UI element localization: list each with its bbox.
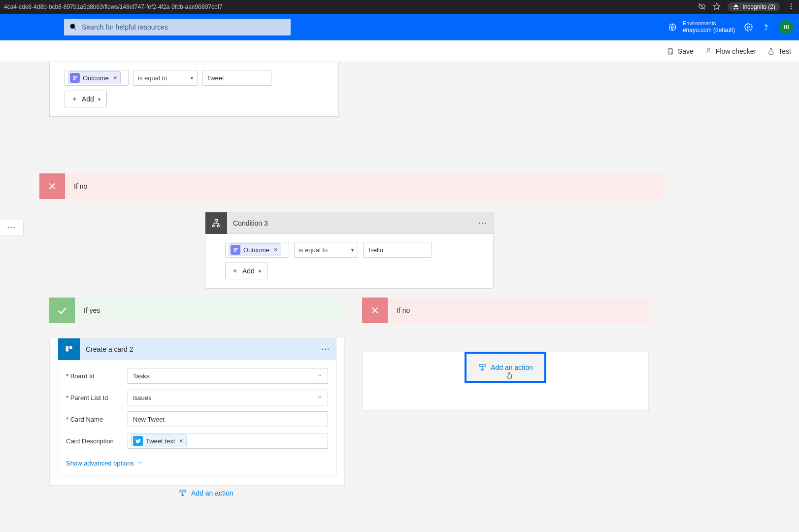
if-no-inner-label: If no [388, 306, 410, 314]
svg-rect-16 [69, 346, 72, 349]
browser-menu-icon[interactable] [787, 2, 795, 12]
svg-rect-20 [479, 365, 485, 366]
create-card-menu[interactable]: ··· [321, 345, 330, 353]
plus-icon: ＋ [71, 95, 78, 103]
environment-picker[interactable]: Environments enayu.com (default) [668, 20, 735, 34]
outcome-token[interactable]: Outcome ✕ [229, 243, 281, 256]
add-action-highlight-box: Add an action [465, 352, 546, 383]
create-card-title: Create a card 2 [86, 345, 133, 353]
svg-rect-15 [66, 346, 69, 352]
globe-icon [668, 23, 677, 32]
approvals-icon [231, 245, 240, 255]
condition-3-menu[interactable]: ··· [478, 219, 487, 227]
if-yes-label: If yes [75, 306, 100, 314]
flow-checker-button[interactable]: Flow checker [704, 47, 756, 55]
cond3-right-operand[interactable]: Trello [363, 242, 432, 258]
add-row-button[interactable]: ＋ Add ▾ [65, 91, 107, 107]
remove-token-icon[interactable]: ✕ [112, 75, 117, 81]
add-action-button-no[interactable]: Add an action [478, 363, 533, 372]
svg-point-7 [747, 26, 750, 29]
outcome-token[interactable]: Outcome ✕ [68, 71, 121, 84]
trello-icon [58, 338, 80, 360]
left-ellipsis-button[interactable]: ··· [0, 220, 24, 235]
card-description-input[interactable]: Tweet text ✕ [128, 433, 328, 449]
cond3-operator-select[interactable]: is equal to ▾ [294, 242, 358, 258]
search-icon [69, 23, 77, 32]
check-icon [49, 298, 75, 323]
chevron-down-icon [317, 394, 323, 401]
condition-left-operand[interactable]: Outcome ✕ [65, 70, 129, 86]
svg-line-5 [74, 28, 76, 30]
condition-operator-select[interactable]: is equal to ▾ [133, 70, 198, 86]
condition-3-card: Condition 3 ··· Outcome ✕ is equal to ▾ … [205, 212, 494, 289]
approvals-icon [70, 73, 80, 83]
svg-point-2 [791, 5, 792, 7]
card-description-label: Card Description [66, 437, 123, 445]
cursor-pointer-icon [505, 371, 514, 382]
board-id-select[interactable]: Tasks [128, 368, 328, 384]
tweet-text-token[interactable]: Tweet text ✕ [131, 434, 187, 447]
svg-marker-0 [714, 3, 720, 9]
chevron-down-icon: ▾ [259, 268, 261, 274]
remove-token-icon[interactable]: ✕ [178, 438, 183, 444]
eye-off-icon[interactable] [698, 2, 706, 12]
condition-right-operand[interactable]: Tweet [202, 70, 271, 86]
chevron-down-icon: ▾ [191, 75, 193, 81]
card-name-label: * Card Name [66, 416, 123, 423]
environment-value: enayu.com (default) [683, 27, 735, 33]
svg-rect-13 [218, 225, 220, 227]
if-no-label: If no [65, 182, 87, 190]
star-icon[interactable] [713, 2, 721, 12]
cross-icon [39, 173, 65, 199]
browser-chrome-bar: 4ca4-cde8-4d8b-bcb8-897b1a5d8b63/flows/1… [0, 0, 799, 14]
chevron-down-icon: ▾ [98, 97, 100, 102]
chevron-down-icon: ▾ [351, 247, 354, 253]
test-button[interactable]: Test [767, 47, 791, 55]
chevron-down-icon [317, 372, 323, 380]
condition-3-title: Condition 3 [233, 219, 268, 227]
avatar[interactable]: HI [779, 20, 793, 34]
cond3-left-operand[interactable]: Outcome ✕ [225, 242, 289, 258]
if-yes-branch-header[interactable]: If yes [49, 298, 345, 323]
command-bar: Save Flow checker Test [0, 40, 799, 62]
cross-icon [362, 298, 388, 323]
show-advanced-options[interactable]: Show advanced options [58, 454, 336, 475]
svg-point-1 [791, 3, 792, 5]
create-card-action: Create a card 2 ··· * Board Id Tasks * P… [58, 338, 336, 475]
if-no-inner-header[interactable]: If no [362, 298, 649, 323]
svg-rect-17 [180, 490, 186, 492]
flow-canvas[interactable]: ··· Outcome ✕ is equal to ▾ Tweet ＋ Add … [0, 62, 799, 532]
svg-rect-11 [215, 219, 218, 221]
svg-rect-12 [213, 225, 215, 227]
twitter-icon [133, 436, 143, 446]
left-card-fragment [0, 169, 30, 198]
save-button[interactable]: Save [666, 47, 694, 55]
cond3-add-row-button[interactable]: ＋ Add ▾ [225, 263, 267, 279]
if-yes-branch: If yes Create a card 2 ··· * Board Id Ta… [49, 298, 345, 486]
help-icon[interactable] [762, 23, 770, 32]
create-card-header[interactable]: Create a card 2 ··· [58, 338, 336, 360]
condition-card-body: Outcome ✕ is equal to ▾ Tweet ＋ Add ▾ [49, 62, 339, 117]
parent-list-label: * Parent List Id [66, 394, 123, 401]
svg-point-3 [791, 8, 792, 9]
add-action-button-yes[interactable]: Add an action [178, 489, 233, 498]
environments-label: Environments [683, 20, 735, 27]
if-no-branch-header[interactable]: If no [39, 173, 664, 199]
board-id-label: * Board Id [66, 372, 123, 380]
svg-rect-14 [65, 345, 73, 354]
remove-token-icon[interactable]: ✕ [272, 247, 278, 253]
search-input[interactable] [82, 23, 286, 31]
if-no-inner-branch: If no Add an action [362, 298, 649, 411]
card-name-input[interactable]: New Tweet [128, 411, 328, 427]
parent-list-select[interactable]: Issues [128, 390, 328, 405]
condition-icon [205, 212, 227, 234]
plus-icon: ＋ [232, 266, 238, 275]
gear-icon[interactable] [744, 23, 753, 32]
incognito-badge[interactable]: Incognito (2) [728, 2, 780, 11]
app-header: Environments enayu.com (default) HI [0, 14, 799, 40]
incognito-label: Incognito (2) [742, 3, 775, 10]
condition-3-header[interactable]: Condition 3 ··· [205, 212, 493, 234]
url-text: 4ca4-cde8-4d8b-bcb8-897b1a5d8b63/flows/1… [4, 3, 698, 10]
chevron-down-icon [137, 460, 143, 467]
search-box[interactable] [64, 19, 291, 35]
